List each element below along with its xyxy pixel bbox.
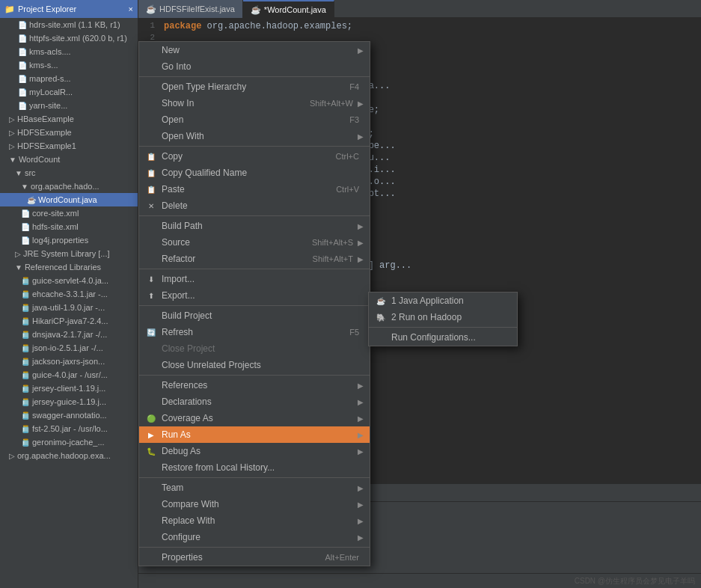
context-menu-item[interactable]: Open Type Hierarchy F4	[139, 79, 370, 95]
menu-separator	[139, 269, 370, 269]
context-menu-item[interactable]: Show In Shift+Alt+W ▶	[139, 95, 370, 111]
menu-item-left: Close Project	[145, 343, 215, 355]
menu-item-label: Source	[162, 237, 190, 248]
menu-item-label: Coverage As	[162, 413, 213, 423]
submenu-item[interactable]: Run Configurations...	[369, 329, 517, 346]
menu-item-label: Properties	[162, 552, 203, 563]
menu-item-left: Team	[145, 482, 183, 494]
menu-item-label: Copy Qualified Name	[162, 168, 247, 178]
menu-item-label: Export...	[162, 290, 195, 301]
context-menu-item[interactable]: Open F3	[139, 111, 370, 128]
menu-item-icon-empty	[145, 515, 157, 527]
submenu-item[interactable]: ☕ 1 Java Application	[369, 293, 517, 309]
menu-item-arrow: ▶	[358, 132, 364, 141]
menu-item-label: Delete	[162, 200, 188, 211]
context-menu-item[interactable]: 🐛 Debug As ▶	[139, 443, 370, 459]
menu-item-shortcut: F3	[349, 115, 359, 124]
menu-item-left: ⬆ Export...	[145, 290, 195, 301]
submenu-item-icon: 🐘	[375, 311, 387, 323]
menu-item-icon-empty	[145, 220, 157, 232]
menu-item-shortcut: Shift+Alt+S	[312, 238, 353, 247]
menu-item-right: Shift+Alt+T ▶	[313, 254, 364, 263]
menu-item-label: Run As	[162, 429, 191, 440]
context-menu-item[interactable]: Properties Alt+Enter	[139, 549, 370, 566]
context-menu-item[interactable]: ▶ Run As ▶	[139, 426, 370, 443]
menu-item-arrow: ▶	[358, 46, 364, 55]
submenu-item[interactable]: 🐘 2 Run on Hadoop	[369, 309, 517, 325]
context-menu-item[interactable]: Team ▶	[139, 480, 370, 496]
context-menu-item[interactable]: References ▶	[139, 377, 370, 393]
menu-item-label: References	[162, 380, 207, 391]
menu-item-arrow: ▶	[358, 382, 364, 390]
context-menu-item[interactable]: 📋 Copy Qualified Name	[139, 165, 370, 181]
context-menu-item[interactable]: Configure ▶	[139, 529, 370, 545]
context-menu-item[interactable]: New ▶	[139, 42, 370, 58]
context-menu-item[interactable]: 🟢 Coverage As ▶	[139, 410, 370, 426]
context-menu-item[interactable]: Declarations ▶	[139, 393, 370, 410]
menu-item-label: Replace With	[162, 515, 215, 526]
menu-item-icon: 📋	[145, 150, 157, 162]
menu-item-right: Ctrl+V	[336, 185, 364, 194]
menu-item-left: Restore from Local History...	[145, 462, 275, 474]
context-menu-item[interactable]: Refactor Shift+Alt+T ▶	[139, 251, 370, 267]
menu-item-left: Build Project	[145, 310, 212, 322]
menu-item-right: Shift+Alt+S ▶	[312, 238, 364, 247]
menu-item-right: ▶	[353, 132, 364, 141]
menu-item-left: Build Path	[145, 220, 203, 232]
menu-item-shortcut: Alt+Enter	[325, 553, 359, 562]
menu-item-icon-empty	[145, 44, 157, 56]
menu-item-icon-empty	[145, 310, 157, 322]
menu-item-icon: ▶	[145, 429, 157, 441]
context-menu-item[interactable]: Open With ▶	[139, 128, 370, 144]
context-menu-item[interactable]: ✕ Delete	[139, 197, 370, 214]
menu-item-label: Refactor	[162, 254, 195, 264]
menu-item-left: 📋 Copy Qualified Name	[145, 167, 247, 179]
context-menu-item[interactable]: Compare With ▶	[139, 496, 370, 512]
menu-item-icon: ✕	[145, 200, 157, 212]
menu-item-left: Open	[145, 114, 183, 126]
menu-item-shortcut: Shift+Alt+W	[310, 99, 353, 108]
context-menu-item[interactable]: Build Project	[139, 307, 370, 324]
context-menu-item[interactable]: 🔄 Refresh F5	[139, 324, 370, 340]
menu-item-icon-empty	[145, 343, 157, 355]
menu-item-shortcut: F5	[349, 328, 359, 337]
menu-item-right: Alt+Enter	[325, 553, 364, 562]
context-menu-item[interactable]: Close Unrelated Projects	[139, 357, 370, 373]
menu-item-label: Declarations	[162, 396, 212, 407]
menu-item-label: Import...	[162, 274, 195, 284]
context-menu-item[interactable]: 📋 Copy Ctrl+C	[139, 148, 370, 165]
menu-item-left: Compare With	[145, 498, 219, 510]
context-menu-item[interactable]: Build Path ▶	[139, 218, 370, 234]
menu-item-icon: 🔄	[145, 326, 157, 338]
context-menu-item[interactable]: Go Into	[139, 58, 370, 75]
context-menu-item[interactable]: Restore from Local History...	[139, 459, 370, 476]
menu-item-left: 🐛 Debug As	[145, 445, 200, 457]
menu-item-icon: 📋	[145, 183, 157, 195]
menu-item-left: Go Into	[145, 61, 191, 73]
submenu-item-icon	[375, 331, 387, 343]
menu-item-right: F5	[349, 328, 364, 337]
submenu-item-label: 2 Run on Hadoop	[391, 312, 462, 322]
menu-item-icon-empty	[145, 359, 157, 371]
menu-item-icon-empty	[145, 61, 157, 73]
context-menu-item[interactable]: Replace With ▶	[139, 512, 370, 529]
menu-item-label: Open Type Hierarchy	[162, 82, 246, 92]
menu-item-label: Paste	[162, 184, 185, 195]
menu-item-label: Compare With	[162, 499, 219, 509]
context-menu-item[interactable]: ⬆ Export...	[139, 287, 370, 304]
menu-item-arrow: ▶	[358, 255, 364, 263]
menu-item-right: F4	[349, 82, 364, 91]
menu-separator	[139, 146, 370, 147]
context-menu-item[interactable]: Close Project	[139, 340, 370, 357]
context-menu-item[interactable]: 📋 Paste Ctrl+V	[139, 181, 370, 197]
menu-item-right: ▶	[353, 500, 364, 509]
menu-separator	[139, 547, 370, 548]
menu-item-label: Team	[162, 483, 183, 493]
context-menu-item[interactable]: ⬇ Import...	[139, 271, 370, 287]
menu-item-icon-empty	[145, 130, 157, 142]
context-menu-item[interactable]: Source Shift+Alt+S ▶	[139, 234, 370, 251]
menu-item-left: Declarations	[145, 396, 212, 408]
menu-item-right: ▶	[353, 447, 364, 456]
context-menu: New ▶ Go Into Open Type Hierarchy F4 Sho…	[138, 41, 370, 566]
menu-item-arrow: ▶	[358, 239, 364, 247]
